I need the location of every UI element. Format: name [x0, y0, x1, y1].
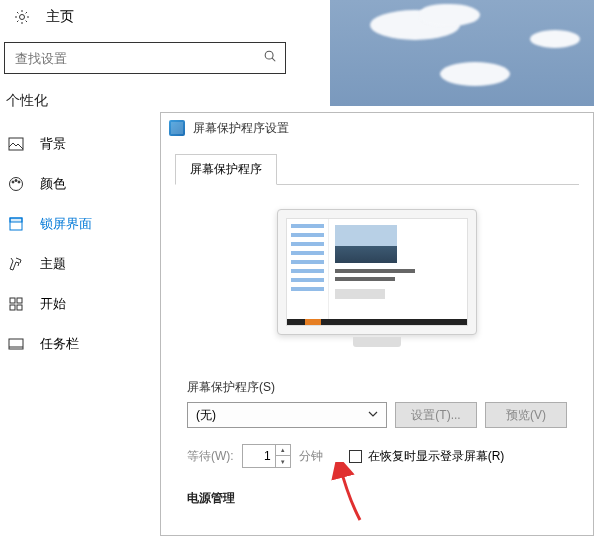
nav-label: 任务栏	[40, 335, 79, 353]
search-input[interactable]	[15, 51, 263, 66]
svg-rect-11	[17, 298, 22, 303]
tab-label: 屏幕保护程序	[190, 162, 262, 176]
nav-label: 锁屏界面	[40, 215, 92, 233]
settings-button[interactable]: 设置(T)...	[395, 402, 477, 428]
start-icon	[8, 296, 24, 312]
svg-rect-10	[10, 298, 15, 303]
search-input-wrap[interactable]	[4, 42, 286, 74]
button-label: 预览(V)	[506, 408, 546, 422]
svg-point-5	[12, 181, 14, 183]
nav-label: 背景	[40, 135, 66, 153]
resume-label: 在恢复时显示登录屏幕(R)	[368, 448, 505, 465]
screensaver-dialog: 屏幕保护程序设置 屏幕保护程序 屏幕保护程序(S)	[160, 112, 594, 536]
resume-checkbox-wrap[interactable]: 在恢复时显示登录屏幕(R)	[349, 448, 505, 465]
palette-icon	[8, 176, 24, 192]
screensaver-app-icon	[169, 120, 185, 136]
theme-icon	[8, 256, 24, 272]
svg-rect-3	[9, 138, 23, 150]
screensaver-label: 屏幕保护程序(S)	[187, 379, 567, 396]
nav-label: 颜色	[40, 175, 66, 193]
svg-point-1	[265, 51, 273, 59]
svg-rect-9	[10, 218, 22, 222]
chevron-down-icon	[368, 408, 378, 422]
resume-checkbox[interactable]	[349, 450, 362, 463]
preview-button[interactable]: 预览(V)	[485, 402, 567, 428]
svg-rect-13	[17, 305, 22, 310]
search-icon	[263, 49, 277, 67]
spinner-down[interactable]: ▼	[276, 456, 290, 467]
lockscreen-preview	[330, 0, 594, 106]
svg-rect-12	[10, 305, 15, 310]
tab-screensaver[interactable]: 屏幕保护程序	[175, 154, 277, 185]
dialog-title: 屏幕保护程序设置	[193, 120, 289, 137]
svg-point-0	[20, 15, 25, 20]
power-section-header: 电源管理	[187, 490, 567, 507]
screensaver-select[interactable]: (无)	[187, 402, 387, 428]
wait-input[interactable]	[243, 449, 275, 463]
wait-spinner[interactable]: ▲ ▼	[242, 444, 291, 468]
button-label: 设置(T)...	[411, 408, 460, 422]
wait-label: 等待(W):	[187, 448, 234, 465]
spinner-up[interactable]: ▲	[276, 445, 290, 456]
svg-point-6	[15, 180, 17, 182]
svg-line-2	[272, 58, 275, 61]
nav-label: 开始	[40, 295, 66, 313]
lockscreen-icon	[8, 216, 24, 232]
page-title: 主页	[46, 8, 74, 26]
taskbar-icon	[8, 336, 24, 352]
picture-icon	[8, 136, 24, 152]
nav-label: 主题	[40, 255, 66, 273]
select-value: (无)	[196, 407, 216, 424]
dialog-titlebar[interactable]: 屏幕保护程序设置	[161, 113, 593, 143]
svg-point-7	[18, 181, 20, 183]
gear-icon	[14, 9, 30, 25]
minutes-label: 分钟	[299, 448, 323, 465]
monitor-preview	[277, 209, 477, 349]
